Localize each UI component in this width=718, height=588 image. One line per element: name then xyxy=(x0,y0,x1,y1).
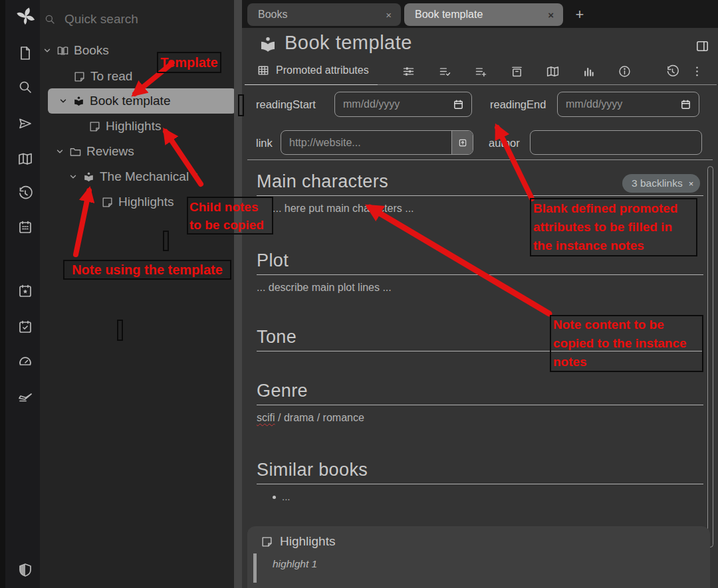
note-title[interactable]: Book template xyxy=(285,32,412,54)
link-input[interactable] xyxy=(281,137,451,149)
quick-search[interactable]: Quick search xyxy=(41,8,233,31)
tab-book-template[interactable]: Book template × xyxy=(404,3,563,26)
plane-icon[interactable] xyxy=(17,389,33,405)
dashboard-icon[interactable] xyxy=(17,354,33,370)
scrollbar[interactable] xyxy=(707,166,713,547)
link-field[interactable] xyxy=(281,130,473,155)
tab-books[interactable]: Books × xyxy=(247,3,401,26)
external-link-icon xyxy=(457,138,468,148)
archive-icon[interactable] xyxy=(510,64,524,78)
calendar-star-icon[interactable] xyxy=(17,283,33,299)
ribbon-tab-promoted-attributes[interactable]: Promoted attributes xyxy=(257,64,369,77)
list-item: ... xyxy=(282,491,703,502)
info-icon[interactable] xyxy=(618,64,632,78)
history-icon[interactable] xyxy=(665,64,679,78)
search-icon xyxy=(44,13,56,25)
calendar-icon[interactable] xyxy=(453,99,464,110)
tree-item-highlights-2[interactable]: Highlights xyxy=(40,189,234,215)
send-icon[interactable] xyxy=(17,116,33,132)
blockquote-text: highlght 1 xyxy=(273,558,317,570)
tab-label: Book template xyxy=(404,9,538,21)
launcher-rail xyxy=(5,0,40,588)
note-tree-pane: Quick search Books To read Book template… xyxy=(40,0,234,588)
chevron-down-icon[interactable] xyxy=(59,96,68,106)
tree-item-label: Reviews xyxy=(86,144,134,159)
recent-changes-icon[interactable] xyxy=(17,185,33,201)
chevron-down-icon[interactable] xyxy=(43,46,52,55)
list-plus-icon[interactable] xyxy=(474,64,488,78)
chevron-down-icon[interactable] xyxy=(55,147,64,156)
map-icon[interactable] xyxy=(546,64,560,78)
section-separator xyxy=(247,159,713,160)
split-pane-icon[interactable] xyxy=(695,39,710,54)
section-genre: Genre scifi / drama / romance xyxy=(257,381,703,424)
section-similar-books: Similar books ... xyxy=(257,460,703,502)
tree-item-label: The Mechanical * xyxy=(100,169,197,184)
close-icon[interactable]: × xyxy=(538,9,563,21)
child-note-header[interactable]: Highlights xyxy=(261,534,335,549)
calendar-icon[interactable] xyxy=(680,99,691,110)
tree-item-to-read[interactable]: To read xyxy=(40,64,234,89)
tree-item-highlights[interactable]: Highlights xyxy=(40,114,234,139)
note-icon xyxy=(88,120,101,133)
book-reader-icon[interactable] xyxy=(258,35,278,54)
blockquote-bar xyxy=(253,553,257,583)
reading-end-date-field[interactable] xyxy=(557,92,699,117)
child-note-card[interactable]: Highlights highlght 1 xyxy=(247,526,710,588)
close-icon[interactable]: × xyxy=(376,9,401,21)
note-icon xyxy=(73,70,86,83)
tree-item-label: Highlights xyxy=(106,119,161,134)
attr-label-link: link xyxy=(256,137,273,149)
reading-end-input[interactable] xyxy=(558,98,680,110)
note-detail-pane: Books × Book template × + Book template … xyxy=(242,0,718,588)
tree-item-books[interactable]: Books xyxy=(40,38,234,63)
grid-icon xyxy=(257,64,270,77)
section-heading: Plot xyxy=(257,250,703,275)
reading-start-input[interactable] xyxy=(335,98,453,110)
note-icon xyxy=(101,196,114,209)
section-plot: Plot ... describe main plot lines ... xyxy=(257,250,703,294)
book-open-icon xyxy=(57,45,69,57)
kebab-menu-icon[interactable] xyxy=(690,64,704,78)
section-body: ... here put main characters ... xyxy=(257,203,703,215)
reading-start-date-field[interactable] xyxy=(334,92,472,117)
section-tone: Tone xyxy=(257,327,703,351)
open-link-button[interactable] xyxy=(451,131,473,154)
window-edge xyxy=(0,0,5,588)
new-tab-button[interactable]: + xyxy=(570,5,589,24)
genre-rest: / drama / romance xyxy=(275,412,364,423)
attr-label-author: author xyxy=(489,137,520,149)
list-check-icon[interactable] xyxy=(438,64,452,78)
sliders-icon[interactable] xyxy=(402,64,416,78)
ribbon-tab-label: Promoted attributes xyxy=(276,64,369,76)
calendar-icon[interactable] xyxy=(17,219,33,235)
backlinks-badge[interactable]: 3 backlinks × xyxy=(622,174,700,193)
attr-label-reading-end: readingEnd xyxy=(490,98,546,111)
new-note-icon[interactable] xyxy=(17,45,33,61)
search-icon[interactable] xyxy=(17,79,33,95)
section-body: scifi / drama / romance xyxy=(257,412,703,424)
tree-item-the-mechanical[interactable]: The Mechanical * xyxy=(40,164,234,189)
bar-chart-icon[interactable] xyxy=(582,64,596,78)
note-icon xyxy=(261,536,273,548)
note-content[interactable]: Main characters ... here put main charac… xyxy=(257,163,703,502)
calendar-check-icon[interactable] xyxy=(17,319,33,335)
tab-bar: Books × Book template × + xyxy=(242,0,718,28)
tree-item-reviews[interactable]: Reviews xyxy=(40,139,234,164)
pane-divider[interactable] xyxy=(234,0,242,588)
bullet-list: ... xyxy=(257,491,703,502)
author-input[interactable] xyxy=(531,137,701,149)
shield-icon[interactable] xyxy=(17,562,33,578)
author-field[interactable] xyxy=(530,130,702,155)
chevron-down-icon[interactable] xyxy=(68,172,78,181)
backlinks-count: 3 backlinks xyxy=(632,177,683,189)
close-icon[interactable]: × xyxy=(689,179,694,189)
section-heading: Tone xyxy=(257,327,703,351)
tree-item-book-template[interactable]: Book template xyxy=(48,88,236,114)
trilium-logo-icon xyxy=(14,7,37,29)
book-reader-icon xyxy=(82,171,95,183)
note-map-icon[interactable] xyxy=(17,151,33,167)
attr-label-reading-start: readingStart xyxy=(256,98,316,111)
child-note-title[interactable]: Highlights xyxy=(280,534,335,549)
tree-item-label: Books xyxy=(74,43,109,58)
